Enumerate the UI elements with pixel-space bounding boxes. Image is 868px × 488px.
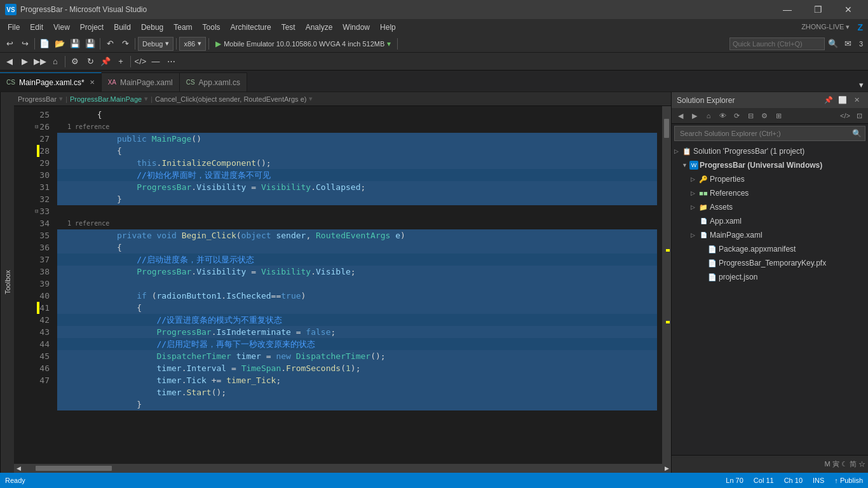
menu-view[interactable]: View [48, 19, 75, 35]
right-scrollbar[interactable] [662, 106, 671, 464]
tab-mainpage-xaml-cs[interactable]: CS MainPage.xaml.cs* ✕ [0, 72, 102, 92]
file-bar-namespace[interactable]: ProgressBar.MainPage [70, 95, 142, 103]
se-settings-btn[interactable]: ⚙ [758, 109, 771, 122]
h-scrollbar[interactable]: ◀ ▶ [14, 464, 671, 473]
menu-window[interactable]: Window [337, 19, 375, 35]
menu-analyze[interactable]: Analyze [301, 19, 338, 35]
se-float-btn[interactable]: ⬜ [836, 94, 849, 107]
debug-dropdown[interactable]: Debug ▾ [138, 37, 173, 51]
tab-app-xaml-cs[interactable]: CS App.xaml.cs [180, 72, 247, 92]
tb2-btn4[interactable]: ⌂ [48, 55, 62, 69]
maximize-button[interactable]: ❐ [803, 0, 832, 19]
toolbox[interactable]: Toolbox [0, 92, 14, 473]
se-filter-btn[interactable]: ⊞ [772, 109, 785, 122]
tb2-minus[interactable]: — [149, 55, 163, 69]
assets-label: Assets [710, 203, 733, 212]
collapse-arrow-26[interactable]: ⊟ [35, 121, 38, 133]
status-publish[interactable]: ↑ Publish [834, 477, 863, 484]
user-login[interactable]: ZHONG-LIVE ▾ [796, 23, 855, 31]
save-all-btn[interactable]: 💾 [83, 37, 97, 51]
tb2-pin[interactable]: 📌 [98, 55, 112, 69]
menu-help[interactable]: Help [375, 19, 401, 35]
menu-architecture[interactable]: Architecture [226, 19, 276, 35]
menu-edit[interactable]: Edit [25, 19, 48, 35]
tree-solution[interactable]: ▷ 📋 Solution 'ProgressBar' (1 project) [672, 144, 868, 158]
vs-logo: VS [5, 4, 17, 15]
se-collapse-btn[interactable]: ⊟ [744, 109, 757, 122]
tab-close-0[interactable]: ✕ [90, 79, 95, 86]
menu-tools[interactable]: Tools [198, 19, 226, 35]
se-back-btn[interactable]: ◀ [674, 109, 687, 122]
tree-mainpage-xaml[interactable]: ▷ 📄 MainPage.xaml [672, 228, 868, 242]
undo-btn[interactable]: ↶ [103, 37, 117, 51]
save-btn[interactable]: 💾 [68, 37, 82, 51]
tree-app-xaml[interactable]: ▷ 📄 App.xaml [672, 214, 868, 228]
tb2-btn1[interactable]: ◀ [3, 55, 17, 69]
menu-bar: File Edit View Project Build Debug Team … [0, 19, 868, 35]
se-props-btn[interactable]: ⊡ [853, 109, 865, 122]
se-home-btn[interactable]: ⌂ [702, 109, 715, 122]
file-bar-file[interactable]: ProgressBar [18, 95, 57, 103]
h-scroll-left[interactable]: ◀ [14, 464, 23, 473]
tab-dropdown-btn[interactable]: ▾ [854, 78, 868, 92]
collapse-arrow-33[interactable]: ⊟ [35, 205, 38, 217]
tb2-refresh[interactable]: ↻ [83, 55, 97, 69]
se-close-btn[interactable]: ✕ [850, 94, 863, 107]
fwd-btn[interactable]: ↪ [18, 37, 32, 51]
h-scroll-right[interactable]: ▶ [662, 464, 671, 473]
se-show-all-btn[interactable]: 👁 [716, 109, 729, 122]
se-fwd-btn[interactable]: ▶ [688, 109, 701, 122]
sep6 [397, 38, 398, 50]
menu-test[interactable]: Test [276, 19, 301, 35]
se-refresh-btn[interactable]: ⟳ [730, 109, 743, 122]
tree-project[interactable]: ▼ W ProgressBar (Universal Windows) [672, 158, 868, 172]
tree-references[interactable]: ▷ ■■ References [672, 186, 868, 200]
code-line-27: { [57, 145, 657, 157]
status-left: Ready [5, 477, 25, 484]
search-icon[interactable]: 🔍 [826, 37, 840, 51]
ln-47: 47 [14, 374, 52, 386]
scroll-thumb[interactable] [664, 119, 669, 138]
tab-mainpage-xaml[interactable]: XA MainPage.xaml [102, 72, 180, 92]
search-icon: 🔍 [852, 129, 862, 138]
back-btn[interactable]: ↩ [3, 37, 17, 51]
code-editor[interactable]: { 1 reference public MainPage() { this.I… [52, 106, 662, 464]
tb2-more[interactable]: ⋯ [164, 55, 178, 69]
project-arrow: ▼ [682, 162, 688, 168]
solution-explorer-search-input[interactable] [674, 126, 865, 141]
menu-team[interactable]: Team [168, 19, 197, 35]
quick-launch-input[interactable] [729, 37, 825, 50]
status-position: Ln 70 [726, 477, 743, 484]
tb2-btn3[interactable]: ▶▶ [33, 55, 47, 69]
se-pin-btn[interactable]: 📌 [822, 94, 835, 107]
new-project-btn[interactable]: 📄 [37, 37, 51, 51]
ln-28: 28 [14, 145, 52, 157]
se-code-view-btn[interactable]: </> [839, 109, 851, 122]
minimize-button[interactable]: — [773, 0, 802, 19]
notification-btn[interactable]: ✉ [841, 37, 855, 51]
tree-assets[interactable]: ▷ 📁 Assets [672, 200, 868, 214]
close-button[interactable]: ✕ [834, 0, 863, 19]
properties-label: Properties [710, 175, 745, 184]
menu-build[interactable]: Build [109, 19, 136, 35]
menu-file[interactable]: File [3, 19, 25, 35]
tb2-code[interactable]: </> [133, 55, 147, 69]
tb2-btn2[interactable]: ▶ [18, 55, 32, 69]
tree-properties[interactable]: ▷ 🔑 Properties [672, 172, 868, 186]
start-button[interactable]: ▶ Mobile Emulator 10.0.10586.0 WVGA 4 in… [212, 39, 395, 48]
tree-pfx[interactable]: ▷ 📄 ProgressBar_TemporaryKey.pfx [672, 256, 868, 270]
redo-btn[interactable]: ↷ [118, 37, 132, 51]
menu-debug[interactable]: Debug [136, 19, 168, 35]
open-btn[interactable]: 📂 [53, 37, 67, 51]
file-bar-method[interactable]: Cancel_Click(object sender, RoutedEventA… [155, 95, 306, 103]
tree-project-json[interactable]: ▷ 📄 project.json [672, 270, 868, 284]
platform-dropdown[interactable]: x86 ▾ [179, 37, 206, 51]
mainpage-xaml-label: MainPage.xaml [710, 231, 763, 240]
tb2-settings[interactable]: ⚙ [68, 55, 82, 69]
tb2-add[interactable]: + [114, 55, 128, 69]
h-scroll-thumb[interactable] [36, 466, 112, 471]
scroll-marker-2 [666, 321, 670, 323]
menu-project[interactable]: Project [75, 19, 109, 35]
platform-label: x86 [184, 40, 195, 48]
tree-package-manifest[interactable]: ▷ 📄 Package.appxmanifest [672, 242, 868, 256]
